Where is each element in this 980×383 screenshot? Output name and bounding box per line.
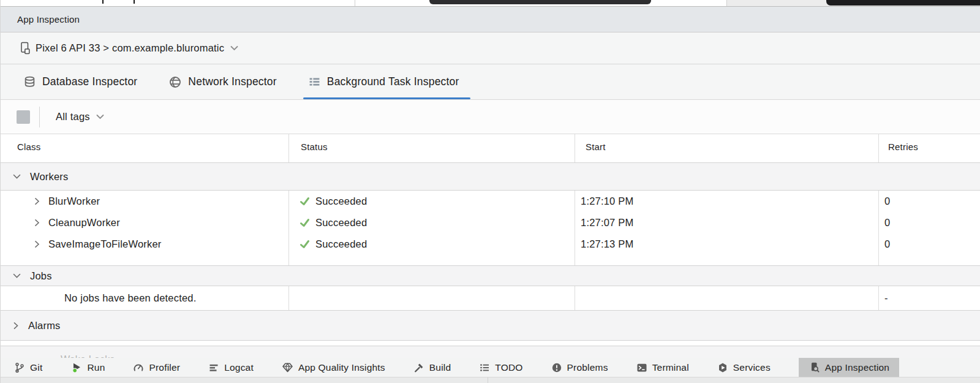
column-header-start: Start — [575, 142, 878, 152]
all-tags-dropdown[interactable]: All tags — [56, 111, 104, 123]
check-icon — [300, 196, 310, 207]
toolbar-item-app-quality-insights[interactable]: App Quality Insights — [282, 358, 385, 377]
table-row-saveimagetofileworker[interactable]: SaveImageToFileWorker Succeeded 1:27:13 … — [1, 233, 980, 255]
app-inspection-tool-window: App Inspection Pixel 6 API 33 > com.exam… — [1, 0, 980, 383]
tab-database-inspector[interactable]: Database Inspector — [24, 64, 137, 99]
todo-list-icon — [479, 362, 490, 373]
chevron-right-icon[interactable] — [34, 197, 40, 205]
check-icon — [300, 218, 310, 228]
section-label: Workers — [30, 171, 69, 183]
empty-jobs-message: No jobs have been detected. — [1, 292, 288, 304]
toolbar-item-label: App Quality Insights — [298, 362, 385, 373]
tab-background-task-inspector[interactable]: Background Task Inspector — [309, 64, 459, 99]
table-row-cleanupworker[interactable]: CleanupWorker Succeeded 1:27:07 PM 0 — [1, 212, 980, 233]
toolbar-item-todo[interactable]: TODO — [479, 358, 522, 377]
run-play-icon — [70, 362, 82, 373]
toolbar-item-build[interactable]: Build — [413, 358, 451, 377]
process-selector[interactable]: Pixel 6 API 33 > com.example.bluromatic — [1, 32, 980, 64]
worker-retries: 0 — [878, 238, 980, 250]
toolbar-item-logcat[interactable]: Logcat — [208, 358, 254, 377]
worker-retries: 0 — [878, 195, 980, 207]
chevron-down-icon — [96, 114, 104, 119]
toolbar-item-run[interactable]: Run — [70, 358, 105, 377]
check-icon — [300, 239, 310, 249]
section-jobs[interactable]: Jobs — [1, 265, 980, 286]
worker-class: SaveImageToFileWorker — [48, 238, 162, 250]
toolbar-item-services[interactable]: Services — [717, 358, 771, 377]
database-icon — [24, 76, 36, 88]
device-phone-icon — [20, 42, 31, 55]
section-wake-locks[interactable]: Wake Locks — [1, 346, 980, 358]
tool-window-header: App Inspection — [1, 6, 980, 32]
toolbar-item-label: TODO — [495, 362, 522, 373]
section-workers[interactable]: Workers — [1, 162, 980, 191]
toolbar-item-profiler[interactable]: Profiler — [133, 358, 180, 377]
worker-retries: 0 — [878, 217, 980, 229]
worker-status: Succeeded — [315, 238, 367, 250]
problems-exclamation-icon — [551, 362, 562, 373]
dark-ui-bar — [826, 0, 980, 6]
globe-icon — [169, 76, 181, 88]
panel-title: App Inspection — [17, 14, 80, 25]
worker-start-time: 1:27:13 PM — [575, 238, 878, 250]
task-list-icon — [309, 76, 320, 88]
inspector-toolbar: All tags — [1, 100, 980, 134]
terminal-icon — [636, 362, 647, 373]
editor-edge-sliver — [1, 0, 980, 6]
empty-jobs-retries: - — [878, 292, 980, 304]
section-label: Jobs — [30, 270, 52, 282]
toolbar-item-label: Profiler — [149, 362, 180, 373]
toolbar-separator — [39, 107, 40, 127]
table-header-row: Class Status Start Retries — [1, 134, 980, 159]
chevron-right-icon[interactable] — [34, 240, 40, 248]
inspector-tabs: Database Inspector Network Inspector Bac… — [1, 64, 980, 100]
chevron-right-icon[interactable] — [34, 219, 40, 227]
toolbar-item-label: Git — [30, 362, 42, 373]
toolbar-item-git[interactable]: Git — [14, 358, 42, 377]
toolbar-item-problems[interactable]: Problems — [551, 358, 608, 377]
column-header-retries: Retries — [878, 142, 980, 152]
section-alarms[interactable]: Alarms — [1, 310, 980, 341]
toolbar-item-label: Services — [733, 362, 771, 373]
services-hexagon-icon — [717, 362, 728, 373]
table-row-no-jobs: No jobs have been detected. - — [1, 286, 980, 310]
tab-network-inspector[interactable]: Network Inspector — [169, 64, 276, 99]
git-branch-icon — [14, 362, 25, 373]
dark-ui-bar — [429, 0, 651, 4]
profiler-gauge-icon — [133, 362, 144, 373]
worker-start-time: 1:27:07 PM — [575, 217, 878, 229]
table-row-blurworker[interactable]: BlurWorker Succeeded 1:27:10 PM 0 — [1, 191, 980, 212]
all-tags-label: All tags — [56, 111, 90, 123]
section-label: Alarms — [28, 320, 61, 332]
editor-divider — [726, 0, 727, 6]
editor-glyph-mark — [134, 0, 135, 4]
toolbar-item-app-inspection[interactable]: App Inspection — [799, 358, 899, 377]
chevron-down-icon — [13, 173, 21, 180]
logcat-lines-icon — [208, 362, 219, 373]
toolbar-item-terminal[interactable]: Terminal — [636, 358, 689, 377]
tool-window-bar: Git Run Profiler Logcat — [1, 357, 980, 377]
worker-start-time: 1:27:10 PM — [575, 195, 878, 207]
column-header-status: Status — [288, 142, 575, 152]
worker-status: Succeeded — [315, 195, 367, 207]
stop-square-icon[interactable] — [17, 110, 30, 124]
tab-label: Database Inspector — [42, 75, 137, 88]
worker-class: BlurWorker — [48, 195, 100, 207]
chevron-right-icon — [13, 322, 19, 330]
toolbar-item-label: Logcat — [224, 362, 254, 373]
editor-glyph-mark — [102, 0, 104, 4]
status-bar-edge — [1, 377, 980, 383]
worker-class: CleanupWorker — [48, 217, 120, 229]
app-inspection-icon — [809, 362, 820, 373]
toolbar-item-label: App Inspection — [825, 362, 889, 373]
gem-icon — [282, 362, 293, 373]
chevron-down-icon — [230, 45, 238, 51]
selected-process-label: Pixel 6 API 33 > com.example.bluromatic — [36, 42, 224, 54]
toolbar-item-label: Build — [429, 362, 451, 373]
worker-status: Succeeded — [315, 217, 367, 229]
toolbar-item-label: Terminal — [652, 362, 689, 373]
hammer-icon — [413, 362, 424, 373]
background-task-table: Class Status Start Retries Workers BlurW… — [1, 134, 980, 357]
editor-divider — [355, 0, 355, 6]
toolbar-item-label: Problems — [567, 362, 608, 373]
